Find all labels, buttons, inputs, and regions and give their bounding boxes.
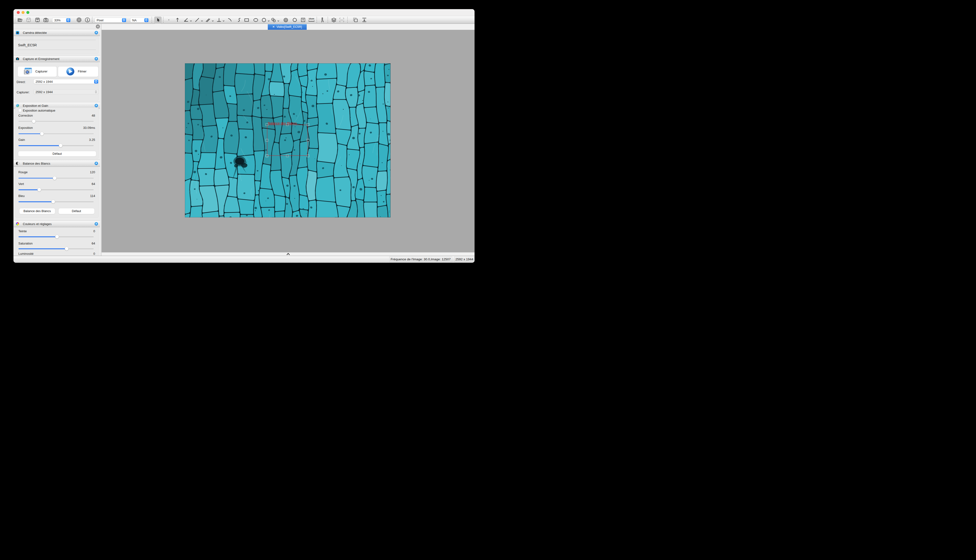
svg-text:10um: 10um [309, 18, 314, 20]
svg-text:CSV: CSV [340, 19, 344, 21]
